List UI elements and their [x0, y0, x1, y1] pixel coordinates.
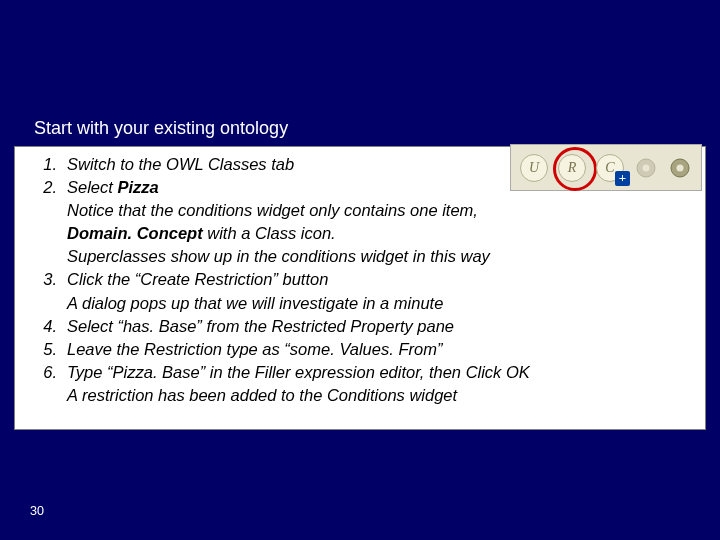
create-restriction-label: R — [568, 160, 577, 176]
page-number: 30 — [30, 504, 44, 518]
step-number: 5. — [27, 338, 67, 361]
step-note: Domain. Concept with a Class icon. — [67, 222, 693, 245]
plus-badge-icon: + — [615, 171, 630, 186]
toolbar-image: U R C + — [510, 144, 702, 191]
gear-disabled-icon — [634, 156, 658, 180]
class-c-label: C — [605, 160, 614, 176]
class-u-label: U — [529, 160, 539, 176]
step-text: Type “Pizza. Base” in the Filler express… — [67, 361, 693, 384]
step-note: A restriction has been added to the Cond… — [67, 384, 693, 407]
slide-title: Start with your existing ontology — [34, 118, 288, 139]
gear-icon — [668, 156, 692, 180]
svg-point-3 — [677, 164, 684, 171]
step-text: Select “has. Base” from the Restricted P… — [67, 315, 693, 338]
step-row: 3.Click the “Create Restriction” button — [27, 268, 693, 291]
step-row: 6.Type “Pizza. Base” in the Filler expre… — [27, 361, 693, 384]
create-restriction-button[interactable]: R — [558, 154, 586, 182]
step-text: Leave the Restriction type as “some. Val… — [67, 338, 693, 361]
step-row: 5.Leave the Restriction type as “some. V… — [27, 338, 693, 361]
step-note: Notice that the conditions widget only c… — [67, 199, 693, 222]
step-note: Superclasses show up in the conditions w… — [67, 245, 693, 268]
step-number: 3. — [27, 268, 67, 291]
step-number: 1. — [27, 153, 67, 176]
step-note: A dialog pops up that we will investigat… — [67, 292, 693, 315]
step-number: 2. — [27, 176, 67, 199]
step-number: 6. — [27, 361, 67, 384]
step-row: 4.Select “has. Base” from the Restricted… — [27, 315, 693, 338]
step-text: Click the “Create Restriction” button — [67, 268, 693, 291]
svg-point-1 — [643, 164, 650, 171]
steps-list: 1.Switch to the OWL Classes tab2.Select … — [27, 153, 693, 407]
step-number: 4. — [27, 315, 67, 338]
class-u-button: U — [520, 154, 548, 182]
class-c-button: C + — [596, 154, 624, 182]
